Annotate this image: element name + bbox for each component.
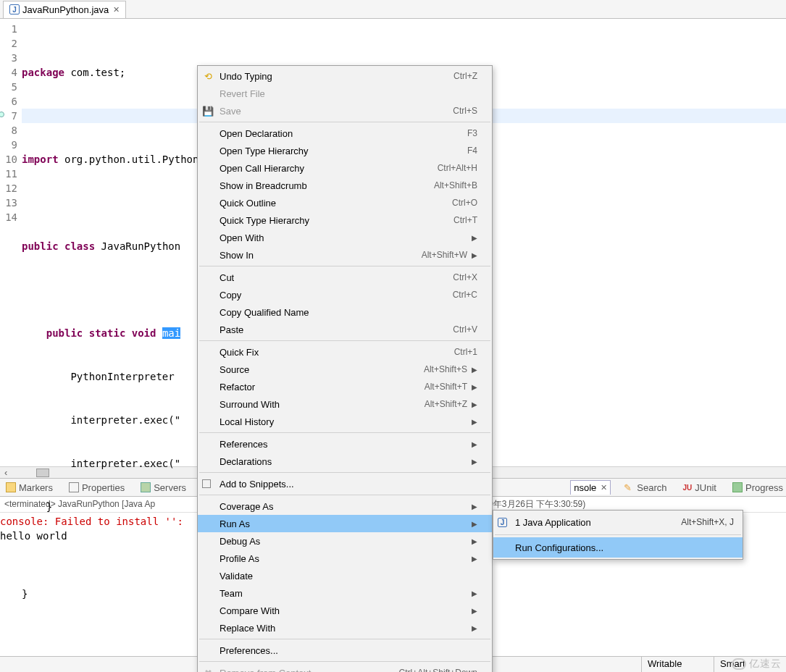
menu-compare-with[interactable]: Compare With▶: [198, 602, 492, 619]
java-app-icon: J: [498, 516, 509, 528]
run-as-submenu: J 1 Java ApplicationAlt+Shift+X, J Run C…: [493, 510, 743, 560]
menu-surround-with[interactable]: Surround WithAlt+Shift+Z▶: [198, 395, 492, 413]
menu-open-with[interactable]: Open With▶: [198, 229, 492, 246]
menu-references[interactable]: References▶: [198, 435, 492, 453]
line-number-gutter: 1234 5678 9101112 1314: [0, 19, 22, 466]
selected-text: mai: [162, 327, 180, 339]
menu-open-type-hierarchy[interactable]: Open Type HierarchyF4: [198, 142, 492, 159]
menu-profile-as[interactable]: Profile As▶: [198, 550, 492, 567]
menu-quick-type-hierarchy[interactable]: Quick Type HierarchyCtrl+T: [198, 211, 492, 229]
menu-debug-as[interactable]: Debug As▶: [198, 532, 492, 550]
editor-tab-bar: J JavaRunPython.java ✕: [0, 0, 786, 19]
remove-icon: ✖: [202, 667, 214, 672]
editor-tab-label: JavaRunPython.java: [22, 4, 109, 15]
menu-paste[interactable]: PasteCtrl+V: [198, 321, 492, 338]
menu-copy-qualified-name[interactable]: Copy Qualified Name: [198, 303, 492, 321]
menu-copy[interactable]: CopyCtrl+C: [198, 286, 492, 303]
menu-local-history[interactable]: Local History▶: [198, 413, 492, 430]
menu-team[interactable]: Team▶: [198, 584, 492, 602]
menu-run-as[interactable]: Run As▶: [198, 515, 492, 532]
java-file-icon: J: [9, 4, 20, 14]
status-writable: Writable: [641, 657, 714, 672]
submenu-java-application[interactable]: J 1 Java ApplicationAlt+Shift+X, J: [493, 512, 743, 532]
menu-undo-typing[interactable]: ⟲Undo TypingCtrl+Z: [198, 67, 492, 85]
undo-icon: ⟲: [202, 70, 214, 82]
menu-revert-file[interactable]: Revert File: [198, 85, 492, 102]
menu-save[interactable]: 💾SaveCtrl+S: [198, 102, 492, 119]
menu-open-declaration[interactable]: Open DeclarationF3: [198, 125, 492, 142]
menu-validate[interactable]: Validate: [198, 567, 492, 584]
menu-remove-from-context[interactable]: ✖Remove from ContextCtrl+Alt+Shift+Down: [198, 664, 492, 672]
menu-show-breadcrumb[interactable]: Show in BreadcrumbAlt+Shift+B: [198, 177, 492, 194]
menu-add-to-snippets[interactable]: Add to Snippets...: [198, 475, 492, 492]
context-menu: ⟲Undo TypingCtrl+Z Revert File 💾SaveCtrl…: [197, 65, 493, 672]
watermark-icon: [732, 658, 746, 670]
menu-show-in[interactable]: Show InAlt+Shift+W▶: [198, 246, 492, 264]
menu-refactor[interactable]: RefactorAlt+Shift+T▶: [198, 378, 492, 395]
watermark: 亿速云: [732, 658, 782, 671]
menu-replace-with[interactable]: Replace With▶: [198, 619, 492, 637]
close-tab-icon[interactable]: ✕: [113, 5, 120, 14]
menu-cut[interactable]: CutCtrl+X: [198, 269, 492, 286]
menu-coverage-as[interactable]: Coverage As▶: [198, 497, 492, 515]
menu-quick-outline[interactable]: Quick OutlineCtrl+O: [198, 194, 492, 211]
menu-preferences[interactable]: Preferences...: [198, 642, 492, 659]
menu-open-call-hierarchy[interactable]: Open Call HierarchyCtrl+Alt+H: [198, 159, 492, 177]
snippet-icon: [202, 479, 211, 488]
menu-quick-fix[interactable]: Quick FixCtrl+1: [198, 343, 492, 361]
menu-declarations[interactable]: Declarations▶: [198, 453, 492, 470]
save-icon: 💾: [202, 105, 214, 117]
editor-tab-active[interactable]: J JavaRunPython.java ✕: [3, 1, 126, 18]
menu-source[interactable]: SourceAlt+Shift+S▶: [198, 361, 492, 378]
submenu-run-configurations[interactable]: Run Configurations...: [493, 537, 743, 558]
